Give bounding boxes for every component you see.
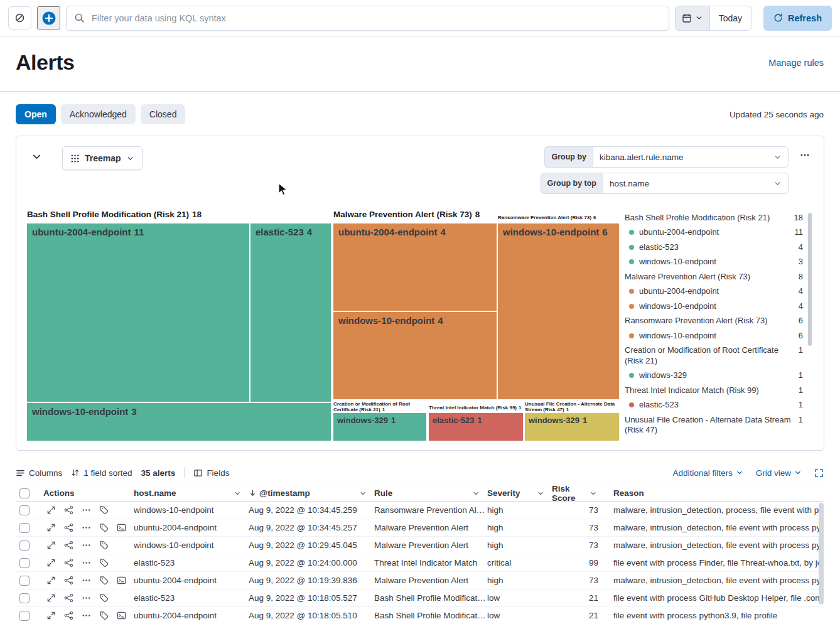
host-name-cell[interactable]: ubuntu-2004-endpoint: [132, 607, 247, 624]
fullscreen-icon[interactable]: [814, 468, 824, 478]
more-actions-icon[interactable]: [78, 503, 94, 518]
legend-group[interactable]: Threat Intel Indicator Match (Risk 99)1: [625, 383, 805, 398]
add-to-timeline-icon[interactable]: [96, 538, 111, 553]
fields-button[interactable]: Fields: [193, 468, 229, 478]
columns-button[interactable]: Columns: [16, 468, 62, 478]
status-filter-open[interactable]: Open: [16, 104, 56, 124]
add-to-timeline-icon[interactable]: [96, 573, 111, 588]
severity-column-header[interactable]: Severity: [486, 485, 551, 501]
rule-cell[interactable]: Malware Prevention Alert: [373, 537, 486, 554]
expand-alert-icon[interactable]: [43, 591, 58, 606]
more-actions-icon[interactable]: [78, 608, 94, 623]
treemap-tile[interactable]: windows-10-endpoint4: [333, 312, 497, 399]
row-checkbox[interactable]: [19, 541, 30, 551]
legend-item[interactable]: elastic-5234: [625, 240, 805, 255]
row-checkbox[interactable]: [19, 523, 30, 533]
host-column-header[interactable]: host.name: [132, 485, 247, 501]
legend-item[interactable]: windows-3291: [625, 438, 805, 441]
add-to-timeline-icon[interactable]: [96, 503, 111, 518]
legend-group[interactable]: Ransomware Prevention Alert (Risk 73)6: [625, 314, 805, 329]
host-name-cell[interactable]: windows-10-endpoint: [132, 502, 247, 519]
analyze-event-icon[interactable]: [61, 591, 76, 606]
more-actions-icon[interactable]: [78, 591, 94, 606]
timestamp-column-header[interactable]: @timestamp: [247, 485, 373, 501]
rule-column-header[interactable]: Rule: [373, 485, 486, 501]
rule-cell[interactable]: Malware Prevention Alert: [373, 519, 486, 536]
legend-item[interactable]: ubuntu-2004-endpoint4: [625, 284, 805, 299]
analyze-event-icon[interactable]: [61, 503, 76, 518]
more-actions-icon[interactable]: [78, 538, 94, 553]
rule-cell[interactable]: Ransomware Prevention Alert: [373, 502, 486, 519]
legend-item[interactable]: windows-10-endpoint3: [625, 255, 805, 270]
expand-alert-icon[interactable]: [43, 520, 58, 535]
analyze-event-icon[interactable]: [61, 538, 76, 553]
rule-cell[interactable]: Threat Intel Indicator Match: [373, 554, 486, 571]
legend-item[interactable]: windows-10-endpoint6: [625, 328, 805, 343]
saved-query-menu-button[interactable]: [8, 6, 31, 30]
add-to-timeline-icon[interactable]: [96, 556, 111, 571]
session-view-icon[interactable]: [114, 608, 129, 623]
analyze-event-icon[interactable]: [61, 520, 76, 535]
legend-group[interactable]: Unusual File Creation - Alternate Data S…: [625, 412, 805, 438]
status-filter-acknowledged[interactable]: Acknowledged: [61, 104, 136, 124]
refresh-button[interactable]: Refresh: [763, 6, 832, 31]
expand-alert-icon[interactable]: [43, 573, 58, 588]
row-checkbox[interactable]: [19, 611, 30, 621]
risk-score-column-header[interactable]: Risk Score: [551, 485, 608, 501]
legend-item[interactable]: ubuntu-2004-endpoint11: [625, 225, 805, 240]
inspect-more-icon[interactable]: [800, 150, 810, 160]
add-to-timeline-icon[interactable]: [96, 608, 111, 623]
today-button[interactable]: Today: [710, 6, 751, 31]
host-name-cell[interactable]: ubuntu-2004-endpoint: [132, 519, 247, 536]
sort-fields-button[interactable]: 1 field sorted: [71, 468, 132, 478]
additional-filters-button[interactable]: Additional filters: [672, 468, 743, 478]
session-view-icon[interactable]: [114, 573, 129, 588]
rule-cell[interactable]: Bash Shell Profile Modification: [373, 607, 486, 624]
more-actions-icon[interactable]: [78, 520, 94, 535]
row-checkbox[interactable]: [19, 593, 30, 603]
group-by-top-select[interactable]: host.name: [603, 173, 789, 194]
more-actions-icon[interactable]: [78, 573, 94, 588]
expand-alert-icon[interactable]: [43, 556, 58, 571]
kql-filter-input[interactable]: [90, 13, 661, 24]
host-name-cell[interactable]: elastic-523: [132, 554, 247, 571]
treemap-tile[interactable]: windows-3291: [333, 413, 426, 441]
treemap-tile[interactable]: elastic-5231: [429, 413, 523, 441]
legend-group[interactable]: Creation or Modification of Root Certifi…: [625, 343, 805, 368]
add-to-timeline-icon[interactable]: [96, 591, 111, 606]
treemap-tile[interactable]: ubuntu-2004-endpoint11: [27, 223, 249, 402]
treemap-tile[interactable]: windows-10-endpoint3: [27, 403, 331, 441]
treemap-tile[interactable]: windows-3291: [525, 413, 619, 441]
legend-item[interactable]: windows-10-endpoint4: [625, 299, 805, 314]
analyze-event-icon[interactable]: [61, 573, 76, 588]
host-name-cell[interactable]: elastic-523: [132, 589, 247, 606]
host-name-cell[interactable]: windows-10-endpoint: [132, 537, 247, 554]
row-checkbox[interactable]: [19, 558, 30, 568]
select-all-checkbox[interactable]: [19, 488, 30, 498]
more-actions-icon[interactable]: [78, 556, 94, 571]
row-checkbox[interactable]: [19, 505, 30, 515]
expand-alert-icon[interactable]: [43, 538, 58, 553]
table-scrollbar[interactable]: [819, 503, 824, 605]
legend-scrollbar[interactable]: [808, 213, 812, 346]
treemap-tile[interactable]: elastic-5234: [250, 223, 331, 402]
collapse-chart-icon[interactable]: [31, 151, 42, 162]
treemap-tile[interactable]: ubuntu-2004-endpoint4: [333, 223, 497, 311]
session-view-icon[interactable]: [114, 520, 129, 535]
add-filter-button[interactable]: [37, 6, 60, 30]
legend-item[interactable]: elastic-5231: [625, 398, 805, 413]
analyze-event-icon[interactable]: [61, 608, 76, 623]
expand-alert-icon[interactable]: [43, 503, 58, 518]
legend-item[interactable]: windows-3291: [625, 368, 805, 384]
legend-group[interactable]: Bash Shell Profile Modification (Risk 21…: [625, 210, 805, 225]
date-picker-button[interactable]: [675, 6, 710, 31]
grid-view-button[interactable]: Grid view: [756, 468, 802, 478]
rule-cell[interactable]: Malware Prevention Alert: [373, 572, 486, 589]
manage-rules-link[interactable]: Manage rules: [768, 58, 824, 68]
row-checkbox[interactable]: [19, 576, 30, 586]
analyze-event-icon[interactable]: [61, 556, 76, 571]
status-filter-closed[interactable]: Closed: [141, 104, 186, 124]
rule-cell[interactable]: Bash Shell Profile Modification: [373, 589, 486, 606]
treemap-tile[interactable]: windows-10-endpoint6: [498, 223, 619, 399]
add-to-timeline-icon[interactable]: [96, 520, 111, 535]
